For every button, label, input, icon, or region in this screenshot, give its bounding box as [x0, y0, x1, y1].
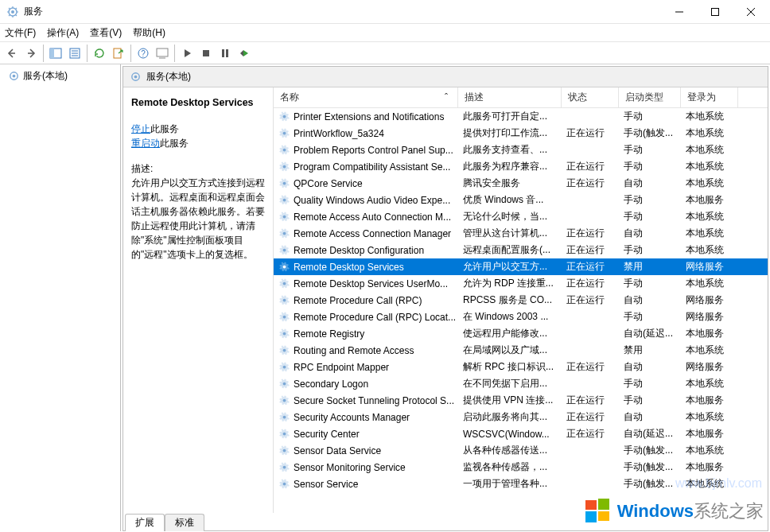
cell-logon: 本地系统	[681, 243, 738, 257]
cell-startup: 自动	[619, 410, 681, 424]
sort-indicator: ˆ	[445, 92, 448, 103]
svg-point-14	[13, 75, 16, 78]
forward-button[interactable]	[22, 45, 40, 62]
column-name[interactable]: 名称ˆ	[274, 87, 458, 107]
svg-rect-11	[222, 49, 224, 57]
connect-button[interactable]	[154, 45, 171, 62]
content-body: Remote Desktop Services 停止此服务 重启动此服务 描述:…	[123, 87, 768, 513]
column-status[interactable]: 状态	[562, 87, 619, 107]
menu-help[interactable]: 帮助(H)	[133, 26, 165, 40]
toolbar-separator	[174, 45, 175, 62]
cell-name: PrintWorkflow_5a324	[274, 127, 458, 139]
cell-name: Remote Desktop Services UserMo...	[274, 278, 458, 289]
pause-service-button[interactable]	[216, 45, 234, 62]
cell-startup: 手动	[619, 143, 681, 157]
cell-status: 正在运行	[562, 227, 619, 240]
cell-desc: 无论什么时候，当...	[458, 210, 562, 223]
cell-desc: 使远程用户能修改...	[458, 327, 562, 340]
cell-desc: 在不同凭据下启用...	[458, 377, 562, 390]
service-row[interactable]: Remote Access Auto Connection M...无论什么时候…	[274, 208, 768, 225]
service-row[interactable]: PrintWorkflow_5a324提供对打印工作流...正在运行手动(触发.…	[274, 125, 768, 142]
cell-desc: 提供对打印工作流...	[458, 126, 562, 140]
cell-name: Printer Extensions and Notifications	[274, 111, 458, 122]
svg-rect-10	[203, 50, 209, 56]
cell-status: 正在运行	[562, 410, 619, 424]
menu-action[interactable]: 操作(A)	[47, 26, 79, 40]
cell-startup: 手动	[619, 110, 681, 123]
tab-standard[interactable]: 标准	[165, 514, 204, 531]
toolbar-separator	[130, 45, 131, 62]
stop-service-button[interactable]	[197, 45, 215, 62]
service-row[interactable]: RPC Endpoint Mapper解析 RPC 接口标识...正在运行自动网…	[274, 359, 768, 375]
export-button[interactable]	[110, 45, 127, 62]
cell-status: 正在运行	[562, 360, 619, 374]
svg-rect-19	[585, 511, 597, 522]
stop-service-link[interactable]: 停止	[131, 123, 150, 134]
service-row[interactable]: Remote Registry使远程用户能修改...自动(延迟...本地服务	[274, 325, 768, 342]
service-row[interactable]: Quality Windows Audio Video Expe...优质 Wi…	[274, 192, 768, 208]
cell-desc: WSCSVC(Window...	[458, 429, 562, 440]
service-row[interactable]: Security Accounts Manager启动此服务将向其...正在运行…	[274, 409, 768, 425]
maximize-button[interactable]	[697, 0, 733, 23]
menu-view[interactable]: 查看(V)	[90, 26, 122, 40]
service-row[interactable]: Remote Desktop Services允许用户以交互方...正在运行禁用…	[274, 258, 768, 275]
service-row[interactable]: Sensor Monitoring Service监视各种传感器，...手动(触…	[274, 459, 768, 476]
service-row[interactable]: Remote Access Connection Manager管理从这台计算机…	[274, 225, 768, 242]
service-row[interactable]: Routing and Remote Access在局域网以及广域...禁用本地…	[274, 342, 768, 359]
description-label: 描述:	[131, 161, 265, 176]
cell-desc: 管理从这台计算机...	[458, 227, 562, 240]
back-button[interactable]	[3, 45, 21, 62]
cell-name: Remote Access Connection Manager	[274, 227, 458, 239]
cell-startup: 手动(触发...	[619, 444, 681, 457]
cell-desc: 此服务支持查看、...	[458, 143, 562, 157]
windows-icon	[584, 497, 612, 526]
cell-desc: 允许用户以交互方...	[458, 260, 562, 274]
service-row[interactable]: Security CenterWSCSVC(Window...正在运行自动(延迟…	[274, 425, 768, 442]
service-row[interactable]: Sensor Data Service从各种传感器传送...手动(触发...本地…	[274, 442, 768, 459]
service-row[interactable]: Program Compatibility Assistant Se...此服务…	[274, 158, 768, 175]
refresh-button[interactable]	[91, 45, 108, 62]
cell-startup: 手动	[619, 394, 681, 407]
service-row[interactable]: Printer Extensions and Notifications此服务可…	[274, 108, 768, 125]
minimize-button[interactable]	[661, 0, 697, 23]
service-row[interactable]: Remote Desktop Configuration远程桌面配置服务(...…	[274, 242, 768, 258]
cell-logon: 本地系统	[681, 143, 738, 157]
column-description[interactable]: 描述	[458, 87, 562, 107]
cell-desc: RPCSS 服务是 CO...	[458, 293, 562, 307]
service-row[interactable]: Remote Desktop Services UserMo...允许为 RDP…	[274, 275, 768, 292]
service-row[interactable]: Secure Socket Tunneling Protocol S...提供使…	[274, 392, 768, 409]
restart-service-button[interactable]	[235, 45, 253, 62]
cell-name: QPCore Service	[274, 177, 458, 189]
svg-rect-9	[157, 49, 168, 56]
cell-status: 正在运行	[562, 260, 619, 274]
cell-name: Sensor Data Service	[274, 445, 458, 456]
cell-startup: 手动	[619, 243, 681, 257]
cell-logon: 本地服务	[681, 427, 738, 441]
service-row[interactable]: Problem Reports Control Panel Sup...此服务支…	[274, 142, 768, 158]
menu-file[interactable]: 文件(F)	[5, 26, 36, 40]
service-row[interactable]: Remote Procedure Call (RPC)RPCSS 服务是 CO.…	[274, 292, 768, 309]
service-row[interactable]: Remote Procedure Call (RPC) Locat...在 Wi…	[274, 309, 768, 325]
column-logon[interactable]: 登录为	[681, 87, 738, 107]
show-hide-tree-button[interactable]	[47, 45, 64, 62]
cell-name: Secondary Logon	[274, 378, 458, 390]
cell-status: 正在运行	[562, 427, 619, 441]
cell-logon: 本地系统	[681, 110, 738, 123]
close-button[interactable]	[733, 0, 768, 23]
tab-extended[interactable]: 扩展	[125, 514, 165, 531]
start-service-button[interactable]	[178, 45, 196, 62]
service-row[interactable]: Secondary Logon在不同凭据下启用...手动本地系统	[274, 375, 768, 392]
service-row[interactable]: QPCore Service腾讯安全服务正在运行自动本地系统	[274, 175, 768, 192]
help-button[interactable]: ?	[134, 45, 152, 62]
tree-root-item[interactable]: 服务(本地)	[0, 68, 120, 84]
cell-name: Problem Reports Control Panel Sup...	[274, 144, 458, 156]
restart-service-line: 重启动此服务	[131, 136, 265, 150]
list-body[interactable]: Printer Extensions and Notifications此服务可…	[274, 108, 768, 513]
cell-name: Security Center	[274, 428, 458, 440]
cell-desc: 远程桌面配置服务(...	[458, 243, 562, 257]
properties-button[interactable]	[66, 45, 84, 62]
cell-name: Remote Registry	[274, 328, 458, 340]
description-block: 描述: 允许用户以交互方式连接到远程计算机。远程桌面和远程桌面会话主机服务器依赖…	[131, 161, 265, 262]
restart-service-link[interactable]: 重启动	[131, 138, 160, 149]
column-startup[interactable]: 启动类型	[619, 87, 681, 107]
